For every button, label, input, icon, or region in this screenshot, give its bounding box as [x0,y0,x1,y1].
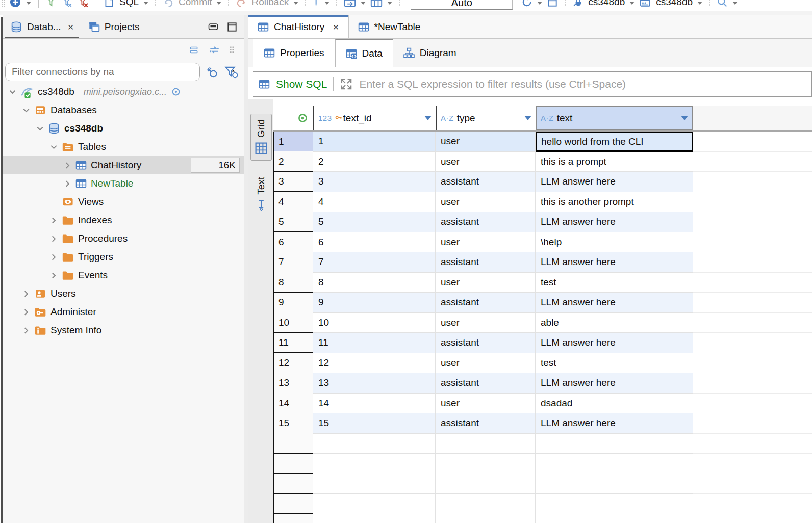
chevron-down-icon[interactable] [8,88,16,96]
column-dropdown-caret-icon[interactable] [424,116,432,120]
dropdown-caret-icon[interactable] [732,2,738,5]
cell-text_id[interactable]: 8 [313,273,436,293]
cell-text[interactable]: LLM answer here [536,373,693,394]
cell-type[interactable]: user [436,313,536,333]
cell-text_id[interactable]: 2 [313,152,436,172]
auto-commit-combo[interactable]: Auto [411,0,513,10]
cell-type[interactable]: user [436,152,536,172]
transaction-icon[interactable] [313,0,320,8]
empty-cell[interactable] [436,514,536,523]
dropdown-caret-icon[interactable] [324,2,329,5]
cell-type[interactable]: assistant [436,172,536,192]
empty-cell[interactable] [313,434,436,454]
row-header[interactable]: 12 [273,352,313,373]
tab-diagram[interactable]: Diagram [393,39,467,67]
empty-cell[interactable] [436,434,536,454]
panel-icon[interactable] [547,0,558,8]
cell-text_id[interactable]: 10 [313,313,436,333]
tab-database-navigator[interactable]: Datab... × [3,15,81,38]
tree-item-procedures[interactable]: Procedures [3,229,244,248]
column-dropdown-caret-icon[interactable] [524,116,531,120]
tree-item-cs348db[interactable]: cs348db [3,119,244,138]
minimize-icon[interactable] [207,22,219,32]
row-header[interactable]: 7 [273,252,313,273]
row-header[interactable]: 15 [273,413,313,434]
dropdown-caret-icon[interactable] [293,2,298,5]
expand-icon[interactable] [340,77,353,91]
empty-cell[interactable] [436,454,536,474]
cell-text[interactable]: test [536,273,693,293]
tree-item-views[interactable]: Views [3,193,244,211]
search-icon[interactable] [717,0,728,8]
tree-item-newtable[interactable]: NewTable [3,174,244,193]
cell-text_id[interactable]: 5 [313,212,436,232]
sql-filter-input[interactable] [359,78,806,90]
filter-connections-input[interactable] [5,63,200,81]
cell-text[interactable]: LLM answer here [536,252,693,273]
row-header[interactable]: 3 [273,171,313,192]
chevron-down-icon[interactable] [49,143,58,151]
empty-cell[interactable] [313,514,436,523]
column-header-type[interactable]: A·Ztype [436,106,536,130]
row-header[interactable]: 6 [273,231,313,252]
cell-text_id[interactable]: 13 [313,373,436,394]
grip-dots-icon[interactable] [229,44,237,56]
dropdown-caret-icon[interactable] [387,2,392,5]
empty-cell[interactable] [536,494,693,514]
row-header-column-header[interactable] [273,106,313,130]
cell-type[interactable]: assistant [436,333,536,353]
tree-item-triggers[interactable]: Triggers [3,248,244,266]
chevron-right-icon[interactable] [22,290,30,298]
row-header[interactable]: 9 [273,292,313,313]
cell-type[interactable]: user [436,394,536,414]
cell-text_id[interactable]: 6 [313,232,436,253]
chevron-right-icon[interactable] [49,253,58,261]
tree-item-tables[interactable]: Tables [3,138,244,156]
cell-text[interactable]: this is a prompt [536,152,693,172]
tab-projects[interactable]: Projects [81,15,147,38]
close-icon[interactable]: × [68,21,74,33]
column-dropdown-caret-icon[interactable] [681,116,688,120]
refresh-icon[interactable] [521,0,532,8]
empty-cell[interactable] [536,454,693,474]
commit-icon[interactable] [163,0,174,8]
row-header[interactable]: 1 [273,132,313,152]
collapse-all-icon[interactable] [188,44,200,56]
cell-type[interactable]: user [436,353,536,374]
cell-text_id[interactable]: 3 [313,172,436,192]
row-header[interactable] [273,453,313,474]
close-icon[interactable]: × [333,21,339,33]
row-header[interactable] [273,493,313,514]
maximize-icon[interactable] [226,21,238,33]
cell-text[interactable]: LLM answer here [536,333,693,353]
cell-text[interactable]: LLM answer here [536,293,693,313]
fetch-table-icon[interactable] [344,0,356,8]
tree-item-system-info[interactable]: System Info [3,321,244,339]
cell-text_id[interactable]: 11 [313,333,436,353]
tree-item-cs348db[interactable]: cs348dbmini.peisongxiao.c... [3,83,244,101]
tree-item-administer[interactable]: Administer [3,303,244,321]
dropdown-caret-icon[interactable] [26,2,31,5]
cell-text[interactable]: LLM answer here [536,413,693,434]
tree-item-events[interactable]: Events [3,266,244,284]
row-header[interactable] [273,513,313,523]
cell-text[interactable]: \help [536,232,693,253]
cell-text[interactable]: LLM answer here [536,172,693,192]
show-sql-button[interactable]: Show SQL [276,78,327,90]
chevron-down-icon[interactable] [36,125,44,133]
chevron-down-icon[interactable] [22,107,30,114]
chevron-right-icon[interactable] [63,180,71,188]
dropdown-caret-icon[interactable] [216,2,221,5]
tree-item-users[interactable]: Users [3,284,244,303]
empty-cell[interactable] [536,434,693,454]
chevron-right-icon[interactable] [63,162,71,169]
cell-type[interactable]: assistant [436,413,536,434]
sql-editor-icon[interactable] [104,0,115,8]
cell-text_id[interactable]: 7 [313,252,436,273]
dropdown-caret-icon[interactable] [143,2,148,5]
cell-text_id[interactable]: 15 [313,413,436,434]
chevron-right-icon[interactable] [49,235,58,243]
cell-type[interactable]: user [436,132,536,152]
empty-cell[interactable] [436,494,536,514]
link-with-editor-icon[interactable] [208,44,220,56]
